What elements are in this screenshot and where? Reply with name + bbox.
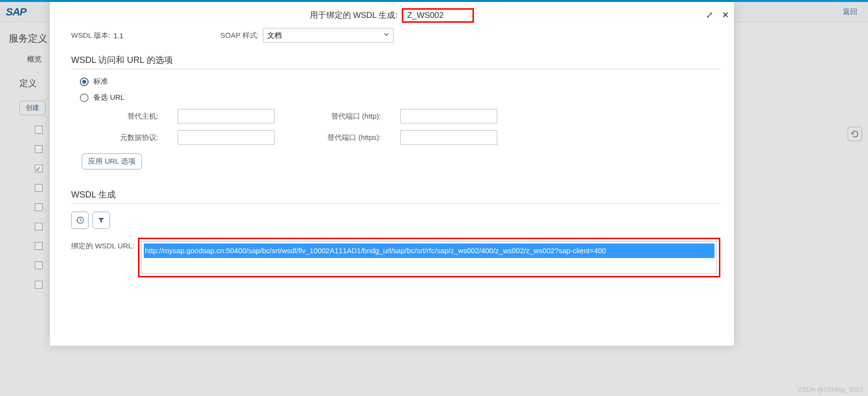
filter-button[interactable]: [92, 212, 110, 229]
expand-icon[interactable]: ⤢: [706, 10, 713, 20]
wsdl-url-text: http://mysap.goodsap.cn:50400/sap/bc/srt…: [144, 244, 715, 258]
port-https-input[interactable]: [400, 130, 497, 145]
history-button[interactable]: [71, 212, 89, 229]
wsdl-url-highlight-box: http://mysap.goodsap.cn:50400/sap/bc/srt…: [138, 238, 720, 277]
radio-standard[interactable]: [80, 77, 89, 86]
wsdl-modal: 用于绑定的 WSDL 生成: Z_WS002 ⤢ ✕ WSDL 版本: 1.1 …: [50, 2, 734, 346]
soap-style-select[interactable]: [263, 28, 394, 43]
history-icon: [76, 216, 84, 225]
section-divider-2: [71, 203, 720, 204]
section-generate-title: WSDL 生成: [71, 189, 720, 200]
radio-standard-row[interactable]: 标准: [80, 77, 720, 86]
alt-host-input[interactable]: [178, 109, 274, 123]
port-https-label: 替代端口 (https):: [294, 133, 381, 142]
soap-style-label: SOAP 样式:: [220, 31, 259, 40]
watermark: CSDN @1314lay_1007: [798, 386, 863, 393]
modal-title-prefix: 用于绑定的 WSDL 生成:: [310, 11, 398, 20]
metadata-label: 元数据协议:: [95, 133, 158, 142]
modal-service-id: Z_WS002: [402, 8, 474, 23]
metadata-input[interactable]: [178, 130, 274, 145]
radio-alt-label: 备选 URL: [93, 93, 124, 102]
modal-header: 用于绑定的 WSDL 生成: Z_WS002 ⤢ ✕: [50, 6, 734, 25]
wsdl-version-label: WSDL 版本:: [71, 31, 110, 40]
filter-icon: [97, 216, 105, 224]
radio-alt-url[interactable]: [80, 93, 89, 102]
modal-body: WSDL 版本: 1.1 SOAP 样式: WSDL 访问和 URL 的选项 标…: [50, 25, 734, 346]
section-divider: [71, 69, 720, 69]
modal-drag-handle[interactable]: [50, 2, 734, 6]
radio-standard-label: 标准: [93, 77, 108, 86]
wsdl-url-label: 绑定的 WSDL URL:: [71, 238, 134, 251]
wsdl-url-field[interactable]: http://mysap.goodsap.cn:50400/sap/bc/srt…: [141, 241, 717, 274]
wsdl-version-value: 1.1: [113, 31, 123, 40]
modal-title: 用于绑定的 WSDL 生成: Z_WS002: [58, 8, 726, 23]
close-icon[interactable]: ✕: [722, 10, 729, 20]
apply-url-options-button[interactable]: 应用 URL 选项: [82, 153, 142, 169]
radio-alt-row[interactable]: 备选 URL: [80, 93, 720, 102]
port-http-label: 替代端口 (http):: [294, 112, 381, 121]
alt-host-label: 替代主机:: [95, 112, 158, 121]
port-http-input[interactable]: [400, 109, 497, 123]
section-access-title: WSDL 访问和 URL 的选项: [71, 54, 720, 66]
